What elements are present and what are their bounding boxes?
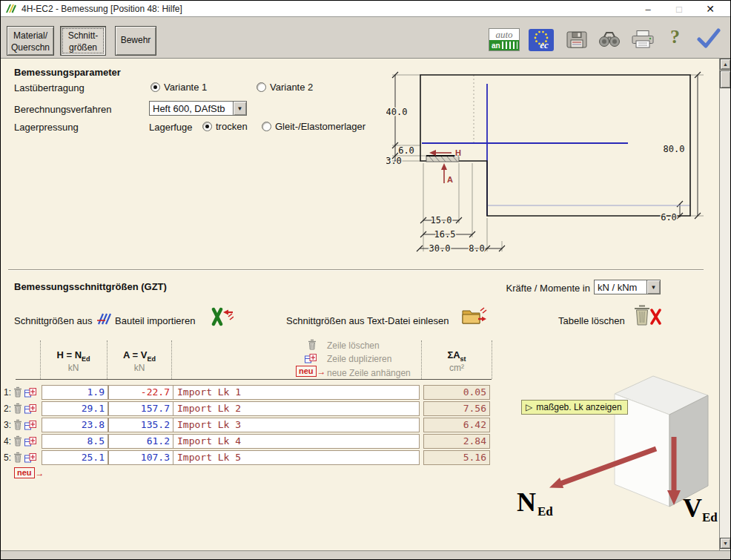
a-ved-input[interactable]: -22.7 — [108, 385, 173, 400]
scroll-up-button[interactable]: ▲ — [720, 59, 731, 70]
auto-label: auto — [489, 29, 519, 40]
printer-icon[interactable] — [631, 30, 655, 49]
legend-delete-label: Zeile löschen — [327, 340, 380, 351]
delete-row-icon[interactable] — [13, 403, 22, 414]
duplicate-row-hint-icon — [305, 354, 317, 363]
material-querschnitt-button[interactable]: Material/ Querschn — [7, 26, 54, 56]
radio-trocken[interactable]: trocken — [202, 121, 248, 132]
ast-result: 6.42 — [423, 418, 490, 432]
duplicate-row-icon[interactable] — [24, 388, 36, 398]
radio-variante-1[interactable]: Variante 1 — [150, 82, 207, 93]
scrollbar-thumb[interactable] — [720, 70, 731, 88]
a-ved-input[interactable]: 135.2 — [108, 418, 173, 432]
loadcase-name-input[interactable]: Import Lk 3 — [173, 418, 420, 432]
delete-row-icon[interactable] — [13, 452, 22, 463]
col-header-a: A = VEd — [108, 349, 171, 363]
table-row: 3: 23.8 135.2 Import Lk 3 6.42 — [1, 418, 497, 432]
n-ed-sub: Ed — [538, 504, 553, 518]
close-button[interactable]: ✕ — [695, 3, 726, 15]
neu-label: neu — [296, 366, 317, 377]
col-unit-ast: cm² — [423, 363, 490, 373]
loadcase-name-input[interactable]: Import Lk 5 — [173, 450, 420, 465]
button-label: Schnitt- — [61, 30, 105, 42]
h-ned-input[interactable]: 23.8 — [42, 418, 108, 432]
button-label: maßgeb. Lk anzeigen — [536, 402, 621, 412]
scroll-down-button[interactable]: ▼ — [720, 538, 731, 549]
duplicate-row-icon[interactable] — [24, 437, 36, 447]
dim-40: 40.0 — [386, 107, 407, 117]
a-ved-input[interactable]: 157.7 — [108, 401, 173, 416]
lagerfuge-label: Lagerfuge — [149, 122, 193, 133]
button-label: größen — [61, 42, 105, 54]
help-icon[interactable]: ? — [670, 26, 680, 48]
loadcase-name-input[interactable]: Import Lk 1 — [173, 385, 420, 400]
legend-duplicate-label: Zeile duplizieren — [327, 354, 391, 364]
loadcase-name-input[interactable]: Import Lk 4 — [173, 434, 420, 449]
row-number: 4: — [1, 436, 11, 447]
radio-variante-2[interactable]: Variante 2 — [257, 82, 313, 93]
h-ned-input[interactable]: 25.1 — [42, 450, 108, 465]
row-number: 2: — [1, 403, 11, 414]
h-ned-input[interactable]: 1.9 — [42, 385, 108, 400]
schnittgroessen-button[interactable]: Schnitt- größen — [60, 26, 106, 56]
ast-result: 0.05 — [423, 385, 490, 400]
dim-6-left: 6.0 — [398, 145, 414, 156]
append-row-button[interactable]: neu → — [14, 467, 44, 478]
maximize-button[interactable]: □ — [664, 4, 695, 15]
triangle-right-icon: ▷ — [526, 402, 532, 412]
h-ned-input[interactable]: 29.1 — [42, 401, 108, 416]
row-number: 1: — [1, 387, 11, 398]
binoculars-icon[interactable] — [598, 31, 621, 47]
clear-table-label: Tabelle löschen — [558, 315, 625, 326]
units-select[interactable]: kN / kNm ▼ — [594, 280, 661, 294]
duplicate-row-icon[interactable] — [24, 453, 36, 463]
save-disk-icon[interactable] — [566, 30, 588, 49]
bewehrung-button[interactable]: Bewehr — [115, 26, 156, 56]
import-bauteil-label-post: Bauteil importieren — [115, 315, 195, 326]
confirm-check-icon[interactable] — [696, 28, 721, 49]
chevron-down-icon[interactable]: ▼ — [233, 102, 246, 115]
import-file-icon[interactable] — [462, 306, 487, 326]
show-governing-loadcase-button[interactable]: ▷ maßgeb. Lk anzeigen — [521, 400, 628, 415]
scroll-down-icon: ▼ — [723, 541, 728, 546]
stripes-decoration — [502, 42, 517, 49]
radio-gleit-elastomerlager[interactable]: Gleit-/Elastomerlager — [262, 121, 366, 132]
selected-value: Heft 600, DAfStb — [150, 103, 233, 114]
dim-3: 3.0 — [386, 156, 402, 166]
delete-row-icon[interactable] — [13, 435, 22, 447]
window-controls: – □ ✕ — [632, 1, 726, 17]
chevron-down-icon[interactable]: ▼ — [646, 280, 660, 294]
dim-165: 16.5 — [434, 229, 456, 240]
duplicate-row-icon[interactable] — [24, 421, 36, 430]
ec-label: ec — [540, 39, 549, 50]
arrow-right-icon: → — [317, 367, 326, 376]
vertical-scrollbar[interactable]: ▲ ▼ — [719, 59, 731, 550]
radio-icon — [262, 122, 271, 131]
radio-icon — [150, 82, 160, 92]
auto-an-toggle[interactable]: auto an — [489, 28, 520, 51]
button-label: Material/ — [7, 30, 53, 42]
delete-row-icon[interactable] — [13, 419, 22, 430]
minimize-button[interactable]: – — [632, 4, 664, 15]
app-icon — [4, 3, 16, 15]
button-label: Bewehr — [116, 35, 156, 47]
h-load-label: H — [455, 148, 461, 157]
import-bauteil-icon[interactable] — [211, 307, 234, 326]
loadcase-name-input[interactable]: Import Lk 2 — [173, 401, 420, 416]
duplicate-row-icon[interactable] — [24, 404, 36, 414]
header-underline — [16, 379, 492, 380]
berechnungsverfahren-select[interactable]: Heft 600, DAfStb ▼ — [149, 101, 247, 116]
a-ved-input[interactable]: 107.3 — [108, 450, 173, 465]
h-ned-input[interactable]: 8.5 — [42, 434, 108, 449]
col-header-h: H = NEd — [42, 349, 105, 363]
append-row-hint-icon: neu → — [296, 366, 326, 377]
dim-30: 30.0 — [429, 243, 451, 254]
clear-table-icon[interactable] — [633, 304, 661, 326]
a-ved-input[interactable]: 61.2 — [108, 434, 173, 449]
radio-icon — [257, 82, 266, 92]
eurocode-icon[interactable]: ec — [529, 29, 554, 51]
column-separator — [421, 340, 422, 379]
delete-row-icon[interactable] — [13, 386, 22, 398]
col-header-ast: ΣAst — [423, 349, 490, 363]
col-unit-a: kN — [108, 363, 171, 373]
